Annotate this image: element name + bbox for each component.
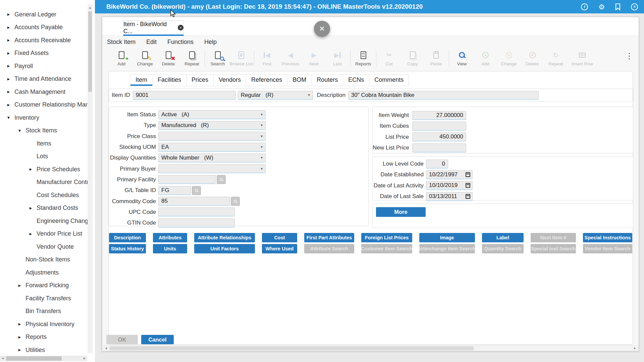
item-status-select[interactable]: Active (A)▾ [158, 110, 266, 119]
toolbar-change-button[interactable]: ✎ Change [133, 48, 157, 66]
tab-ecns[interactable]: ECNs [343, 74, 369, 86]
gl-table-id-field[interactable] [158, 186, 191, 195]
unit-factors-button[interactable]: Unit Factors [194, 244, 255, 253]
info-icon[interactable]: i [581, 3, 588, 10]
description-field[interactable] [348, 91, 539, 100]
sidebar-item-manufacturer-contracts[interactable]: Manufacturer Contra [0, 176, 88, 189]
menu-stock-item[interactable]: Stock Item [104, 37, 144, 47]
scrollbar-thumb[interactable] [6, 356, 62, 361]
display-quantities-select[interactable]: Whole Number (W)▾ [158, 154, 266, 163]
units-button[interactable]: Units [153, 244, 187, 253]
calendar-icon[interactable] [466, 194, 470, 199]
special-instructions-button[interactable]: Special Instructions [583, 233, 632, 242]
sidebar-item-reports[interactable]: ►Reports [0, 331, 88, 344]
image-button[interactable]: Image [419, 233, 475, 242]
primary-buyer-select[interactable]: ▾ [158, 164, 266, 173]
item-cubes-field[interactable] [412, 122, 466, 131]
label-button[interactable]: Label [482, 233, 524, 242]
sidebar-item-fixed-assets[interactable]: ►Fixed Assets [0, 47, 88, 60]
toolbar-repeat-button[interactable]: Repeat [180, 48, 204, 66]
scroll-up-icon[interactable]: ▲ [88, 6, 93, 9]
scrollbar-thumb[interactable] [110, 346, 474, 350]
list-price-field[interactable] [412, 132, 466, 141]
sidebar-item-stock-items[interactable]: ▼Stock Items [0, 124, 88, 137]
scrollbar-thumb[interactable] [88, 11, 92, 92]
tab-bom[interactable]: BOM [287, 74, 312, 86]
sidebar-item-facility-transfers[interactable]: Facility Transfers [0, 292, 88, 305]
toolbar-view-button[interactable]: View [450, 48, 474, 66]
toolbar-add-button[interactable]: + Add [110, 48, 133, 66]
sidebar-item-forward-picking[interactable]: ►Forward Picking [0, 279, 88, 292]
foreign-list-prices-button[interactable]: Foreign List Prices [361, 233, 412, 242]
sidebar-item-vendor-quote[interactable]: Vendor Quote [0, 240, 88, 253]
item-id-field[interactable] [133, 91, 236, 100]
menu-functions[interactable]: Functions [165, 37, 202, 47]
sidebar-vertical-scrollbar[interactable]: ▲ [88, 5, 93, 353]
tab-comments[interactable]: Comments [369, 74, 409, 86]
bookmark-icon[interactable] [615, 3, 621, 10]
sidebar-item-accounts-payable[interactable]: ►Accounts Payable [0, 21, 88, 34]
cost-button[interactable]: Cost [262, 233, 297, 242]
type-select[interactable]: Manufactured (R)▾ [158, 121, 266, 130]
first-part-attributes-button[interactable]: First Part Attributes [304, 233, 354, 242]
sidebar-item-price-schedules[interactable]: ►Price Schedules [0, 163, 88, 176]
status-history-button[interactable]: Status History [109, 244, 146, 253]
sidebar-item-inventory[interactable]: ▼Inventory [0, 111, 88, 124]
sidebar-item-items[interactable]: Items [0, 137, 88, 150]
toolbar-reports-button[interactable]: Reports [352, 48, 375, 66]
stocking-uom-select[interactable]: EA▾ [158, 143, 266, 152]
sidebar-item-non-stock-items[interactable]: Non-Stock Items [0, 253, 88, 266]
sidebar-item-physical-inventory[interactable]: ►Physical Inventory [0, 318, 88, 331]
toolbar-overflow-kebab-icon[interactable]: ⋮ [625, 48, 633, 61]
attributes-button[interactable]: Attributes [153, 233, 187, 242]
scroll-left-icon[interactable]: ◄ [1, 356, 4, 360]
sidebar-item-payroll[interactable]: ►Payroll [0, 60, 88, 73]
low-level-code-field[interactable] [426, 160, 448, 169]
sidebar-horizontal-scrollbar[interactable]: ◄ ► [0, 356, 87, 361]
tab-item[interactable]: Item [130, 74, 153, 86]
sidebar-item-time-and-attendance[interactable]: ►Time and Attendance [0, 73, 88, 86]
sidebar-item-general-ledger[interactable]: ►General Ledger [0, 8, 88, 21]
calendar-icon[interactable] [466, 183, 470, 188]
close-icon[interactable]: ✕ [631, 3, 638, 10]
sidebar-item-lots[interactable]: Lots [0, 150, 88, 163]
menu-help[interactable]: Help [202, 37, 225, 47]
item-type-select[interactable]: Regular (R) ▾ [238, 91, 313, 100]
sidebar-item-adjustments[interactable]: Adjustments [0, 266, 88, 279]
upc-code-field[interactable] [158, 207, 235, 217]
gl-table-id-lookup-button[interactable] [192, 186, 201, 195]
attribute-relationships-button[interactable]: Attribute Relationships [194, 233, 255, 242]
where-used-button[interactable]: Where Used [262, 244, 297, 253]
sidebar-item-cost-schedules[interactable]: Cost Schedules [0, 189, 88, 202]
scroll-right-icon[interactable]: ► [633, 346, 637, 350]
document-tab-item[interactable]: Item - BikeWorld C... ✕ [123, 20, 184, 36]
commodity-code-lookup-button[interactable] [231, 197, 240, 206]
description-button[interactable]: Description [109, 233, 146, 242]
toolbar-search-button[interactable]: Search [206, 48, 229, 66]
sidebar-item-accounts-receivable[interactable]: ►Accounts Receivable [0, 34, 88, 47]
sidebar-item-standard-costs[interactable]: ►Standard Costs [0, 202, 88, 215]
scroll-right-icon[interactable]: ► [83, 356, 86, 360]
window-horizontal-scrollbar[interactable]: ◄ ► [102, 345, 639, 351]
scroll-left-icon[interactable]: ◄ [104, 346, 108, 350]
toolbar-delete-button[interactable]: ✖ Delete [157, 48, 180, 66]
close-window-button[interactable]: ✕ [314, 21, 330, 37]
sidebar-item-utilities[interactable]: ►Utilities [0, 344, 88, 357]
sidebar-item-customer-relationship-management[interactable]: ►Customer Relationship Mana [0, 99, 88, 112]
more-button[interactable]: More [376, 207, 426, 217]
primary-facility-field[interactable] [158, 175, 216, 184]
cancel-button[interactable]: Cancel [141, 335, 174, 344]
tab-vendors[interactable]: Vendors [214, 74, 246, 86]
tab-close-icon[interactable]: ✕ [178, 25, 183, 31]
sidebar-item-vendor-price-list[interactable]: ►Vendor Price List [0, 228, 88, 241]
primary-facility-lookup-button[interactable] [217, 175, 226, 184]
gear-icon[interactable]: ⚙ [598, 3, 605, 10]
sidebar-item-cash-management[interactable]: ►Cash Management [0, 85, 88, 99]
tab-references[interactable]: References [246, 74, 287, 86]
price-class-select[interactable]: ▾ [158, 132, 266, 141]
sidebar-item-bin-transfers[interactable]: Bin Transfers [0, 305, 88, 318]
tab-prices[interactable]: Prices [186, 74, 214, 86]
sidebar-item-engineering-change[interactable]: Engineering Change [0, 215, 88, 228]
tab-facilities[interactable]: Facilities [153, 74, 186, 86]
gtin-code-field[interactable] [158, 219, 235, 228]
